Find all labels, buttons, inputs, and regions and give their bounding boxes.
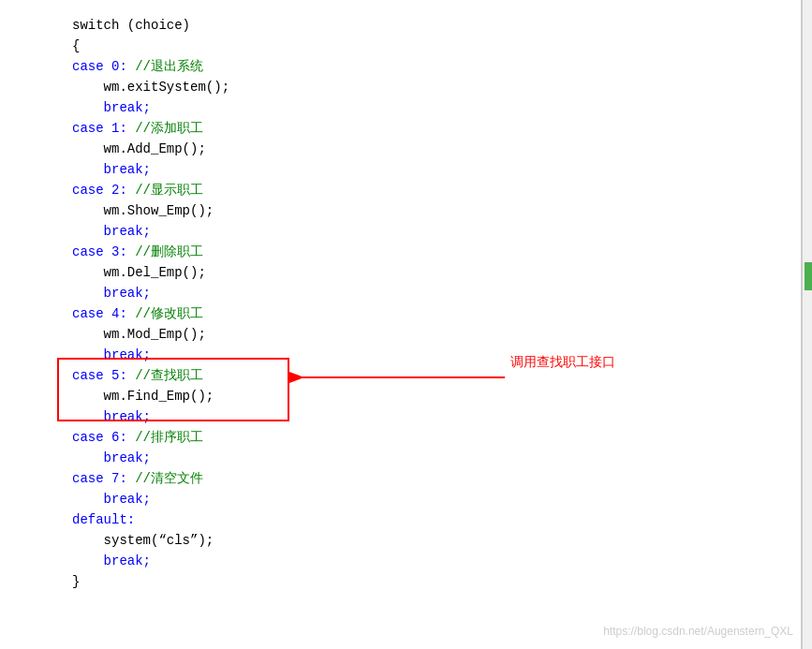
code-area: switch (choice) { case 0: //退出系统 wm.exit… bbox=[61, 7, 812, 599]
code-container: switch (choice) { case 0: //退出系统 wm.exit… bbox=[0, 0, 812, 649]
scrollbar-thumb[interactable] bbox=[805, 262, 812, 290]
code-line-8: break; bbox=[72, 159, 801, 180]
watermark: https://blog.csdn.net/Augenstern_QXL bbox=[603, 625, 793, 638]
code-line-18: case 5: //查找职工 bbox=[72, 365, 801, 386]
code-line-13: wm.Del_Emp(); bbox=[72, 262, 801, 283]
code-line-20: break; bbox=[72, 406, 801, 427]
code-line-19: wm.Find_Emp(); bbox=[72, 386, 801, 406]
code-line-12: case 3: //删除职工 bbox=[72, 242, 801, 262]
code-line-1: switch (choice) bbox=[72, 15, 801, 36]
code-line-5: break; bbox=[72, 97, 801, 118]
code-line-17: break; bbox=[72, 345, 801, 365]
code-line-2: { bbox=[72, 36, 801, 56]
code-line-14: break; bbox=[72, 283, 801, 303]
scrollbar-track bbox=[801, 0, 803, 649]
code-line-27: break; bbox=[72, 551, 801, 571]
code-line-11: break; bbox=[72, 221, 801, 242]
code-line-7: wm.Add_Emp(); bbox=[72, 139, 801, 159]
annotation-text: 调用查找职工接口 bbox=[510, 354, 615, 371]
code-line-22: break; bbox=[72, 448, 801, 468]
code-line-24: break; bbox=[72, 489, 801, 509]
code-line-23: case 7: //清空文件 bbox=[72, 468, 801, 489]
code-line-3: case 0: //退出系统 bbox=[72, 56, 801, 77]
scrollbar[interactable] bbox=[801, 0, 812, 649]
code-line-16: wm.Mod_Emp(); bbox=[72, 324, 801, 345]
code-line-4: wm.exitSystem(); bbox=[72, 77, 801, 97]
code-line-25: default: bbox=[72, 509, 801, 530]
code-line-6: case 1: //添加职工 bbox=[72, 118, 801, 139]
code-line-26: system(“cls”); bbox=[72, 530, 801, 551]
code-line-21: case 6: //排序职工 bbox=[72, 427, 801, 448]
code-line-9: case 2: //显示职工 bbox=[72, 180, 801, 200]
code-line-15: case 4: //修改职工 bbox=[72, 303, 801, 324]
code-line-28: } bbox=[72, 571, 801, 592]
code-line-10: wm.Show_Emp(); bbox=[72, 200, 801, 221]
